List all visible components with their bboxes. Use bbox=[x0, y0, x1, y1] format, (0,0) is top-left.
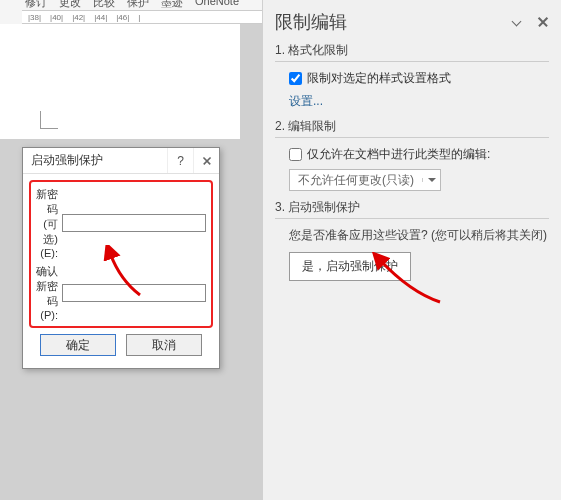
help-button[interactable]: ? bbox=[167, 148, 193, 173]
section-2-heading: 2. 编辑限制 bbox=[275, 118, 549, 138]
start-protection-button[interactable]: 是，启动强制保护 bbox=[289, 252, 411, 281]
edit-type-combo[interactable]: 不允许任何更改(只读) bbox=[289, 169, 441, 191]
ribbon-tab[interactable]: OneNote bbox=[195, 0, 239, 5]
new-password-label: 新密码(可选)(E): bbox=[36, 187, 58, 259]
section-3-heading: 3. 启动强制保护 bbox=[275, 199, 549, 219]
password-highlight-box: 新密码(可选)(E): 确认新密码(P): bbox=[29, 180, 213, 328]
cancel-button[interactable]: 取消 bbox=[126, 334, 202, 356]
confirm-password-input[interactable] bbox=[62, 284, 206, 302]
ribbon-tab[interactable]: 保护 bbox=[127, 0, 149, 5]
close-button[interactable] bbox=[193, 148, 219, 173]
dialog-title: 启动强制保护 bbox=[31, 152, 103, 169]
section-1-heading: 1. 格式化限制 bbox=[275, 42, 549, 62]
start-protection-dialog: 启动强制保护 ? 新密码(可选)(E): 确认新密码(P): 确定 取消 bbox=[22, 147, 220, 369]
start-protection-question: 您是否准备应用这些设置? (您可以稍后将其关闭) bbox=[289, 227, 549, 244]
document-page[interactable] bbox=[0, 24, 240, 139]
chevron-down-icon[interactable] bbox=[422, 178, 440, 182]
restrict-editing-pane: 限制编辑 1. 格式化限制 限制对选定的样式设置格式 设置... 2. 编辑限制… bbox=[262, 0, 561, 500]
ribbon-tab[interactable]: 比较 bbox=[93, 0, 115, 5]
ruler: |38||40||42||44||46|| bbox=[22, 10, 262, 24]
pane-title: 限制编辑 bbox=[275, 10, 347, 34]
ribbon-tab[interactable]: 更改 bbox=[59, 0, 81, 5]
edit-restrict-label: 仅允许在文档中进行此类型的编辑: bbox=[307, 146, 490, 163]
ribbon-tab[interactable]: 修订 bbox=[25, 0, 47, 5]
close-icon bbox=[202, 156, 212, 166]
edit-restrict-checkbox[interactable] bbox=[289, 148, 302, 161]
new-password-input[interactable] bbox=[62, 214, 206, 232]
close-icon[interactable] bbox=[537, 16, 549, 28]
combo-text: 不允许任何更改(只读) bbox=[290, 172, 422, 189]
ok-button[interactable]: 确定 bbox=[40, 334, 116, 356]
format-restrict-label: 限制对选定的样式设置格式 bbox=[307, 70, 451, 87]
page-margin-mark bbox=[40, 111, 58, 129]
ribbon-tab[interactable]: 墨迹 bbox=[161, 0, 183, 5]
format-restrict-checkbox[interactable] bbox=[289, 72, 302, 85]
chevron-down-icon[interactable] bbox=[511, 16, 523, 28]
confirm-password-label: 确认新密码(P): bbox=[36, 264, 58, 321]
settings-link[interactable]: 设置... bbox=[289, 93, 549, 110]
